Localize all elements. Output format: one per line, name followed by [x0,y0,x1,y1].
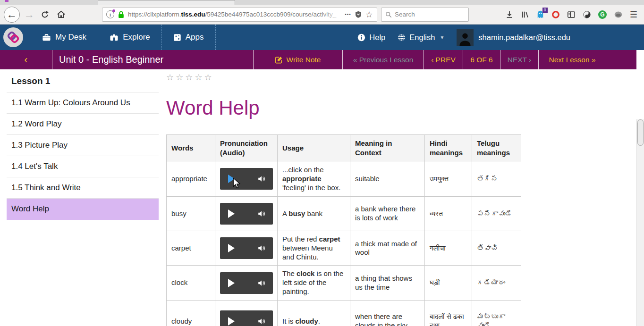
table-row: carpet Put the red carpet between Meenu … [167,231,521,266]
word-cell: clock [167,266,215,300]
sidebar-item-warm-up[interactable]: 1.1 Warm Up: Colours Around Us [7,92,159,114]
telugu-cell: తివాచి [472,231,521,266]
meaning-cell: a thing that shows us the time [350,266,425,300]
next-lesson-button[interactable]: Next Lesson » [538,50,606,69]
user-email: shamin.padalkar@tiss.edu [478,33,570,42]
star-empty-icon[interactable]: ☆ [195,73,204,82]
speaker-icon[interactable] [257,209,266,218]
briefcase-icon [42,33,51,42]
site-info-icon[interactable]: i [106,10,114,18]
star-empty-icon[interactable]: ☆ [166,73,176,82]
lesson-toolbar: ‹ Unit 0 - English Beginner Write Note «… [0,50,636,69]
clix-logo[interactable] [3,27,23,47]
play-button[interactable] [228,209,235,218]
opera-ring-icon[interactable] [551,10,560,19]
header-hindi: Hindi meanings [425,135,472,161]
menu-hamburger-icon[interactable]: ☰ [630,9,637,20]
audio-player[interactable] [220,272,273,294]
word-help-table: Words Pronunciation (Audio) Usage Meanin… [166,134,521,326]
url-bar[interactable]: i https://clixplatform.tiss.edu/59425be4… [102,8,377,22]
pocket-shield-icon[interactable] [355,10,362,18]
url-text[interactable]: https://clixplatform.tiss.edu/59425be449… [128,11,341,18]
previous-lesson-button[interactable]: « Previous Lesson [342,50,424,69]
library-icon[interactable] [521,10,529,19]
sidebar-item-think-and-write[interactable]: 1.5 Think and Write [7,177,159,199]
app-navbar: My Desk Explore Apps Help English ▼ sham… [0,25,644,50]
speaker-icon[interactable] [257,317,266,326]
speaker-icon[interactable] [257,279,266,287]
meaning-cell: a bank where there is lots of work [350,197,425,231]
audio-player[interactable] [220,203,273,225]
header-words: Words [167,135,215,161]
grammarly-icon[interactable]: G [598,10,607,19]
bookmark-star-icon[interactable]: ☆ [365,10,373,19]
next-button[interactable]: NEXT › [500,50,538,69]
search-input[interactable] [395,11,465,18]
star-empty-icon[interactable]: ☆ [176,73,185,82]
star-empty-icon[interactable]: ☆ [185,73,195,82]
search-bar[interactable] [381,8,469,22]
globe-icon [398,33,406,42]
forward-button[interactable]: → [23,7,36,23]
tab-favicon [5,0,8,2]
page-title: Word Help [166,97,644,119]
back-to-course-button[interactable]: ‹ [0,50,52,69]
table-row: appropriate ...click on the appropriate … [167,161,521,197]
table-row: busy A busy bank a bank where there is l… [167,197,521,231]
permission-dot-icon [112,9,115,12]
home-button[interactable] [54,7,68,23]
prev-button[interactable]: ‹ PREV [424,50,463,69]
sidebar-item-picture-play[interactable]: 1.3 Picture Play [7,135,159,156]
yin-yang-icon[interactable] [583,10,591,19]
ghostery-icon[interactable]: 0 [536,10,544,19]
sidebar-item-lets-talk[interactable]: 1.4 Let's Talk [7,156,159,177]
browser-tab-strip [0,0,644,5]
audio-player[interactable] [220,310,273,326]
ghostery-badge: 0 [542,8,548,13]
binoculars-icon [110,33,119,42]
lesson-sidebar: Lesson 1 1.1 Warm Up: Colours Around Us … [0,69,163,326]
language-selector[interactable]: English ▼ [398,33,444,42]
help-link[interactable]: Help [357,33,385,42]
star-empty-icon[interactable]: ☆ [204,73,214,82]
audio-player[interactable] [220,237,273,259]
word-cell: busy [167,197,215,231]
header-telugu: Telugu meanings [472,135,521,161]
audio-player[interactable] [220,168,273,190]
write-note-button[interactable]: Write Note [253,50,342,69]
speaker-icon[interactable] [257,244,266,252]
nav-item-my-desk[interactable]: My Desk [31,25,98,50]
page-actions-overflow-icon[interactable]: ••• [345,12,351,17]
sidebar-panel-icon[interactable] [567,10,576,19]
header-meaning: Meaning in Context [350,135,425,161]
avatar[interactable] [457,29,474,46]
play-button[interactable] [228,317,235,326]
nav-item-explore[interactable]: Explore [98,25,162,50]
usage-cell: ...click on the appropriate 'feeling' in… [278,161,350,197]
extension-mask-icon[interactable] [614,11,623,18]
play-button[interactable] [228,244,235,252]
hindi-cell: उपयुक्त [425,161,472,197]
download-icon[interactable] [505,10,514,19]
play-button[interactable] [228,279,235,287]
meaning-cell: a thick mat made of wool [350,231,425,266]
reload-button[interactable] [38,7,52,23]
https-lock-icon [118,11,125,18]
active-tab[interactable] [98,0,235,5]
nav-item-label: Apps [186,33,204,42]
telugu-cell: గడియారం [472,266,521,300]
back-button[interactable]: ← [4,7,20,23]
unit-title: Unit 0 - English Beginner [52,50,247,69]
table-header-row: Words Pronunciation (Audio) Usage Meanin… [167,135,521,161]
hindi-cell: गलीचा [425,231,472,266]
nav-item-apps[interactable]: Apps [162,25,216,50]
meaning-cell: suitable [350,161,425,197]
usage-cell: The clock is on the left side of the pai… [278,266,350,300]
page-scrollbar[interactable] [636,119,644,326]
speaker-icon[interactable] [257,175,266,183]
sidebar-item-word-play[interactable]: 1.2 Word Play [7,114,159,135]
scrollbar-thumb[interactable] [637,119,644,146]
rating-stars[interactable]: ☆☆☆☆☆ [166,73,644,82]
apps-icon [173,33,181,42]
sidebar-item-word-help[interactable]: Word Help [7,199,159,220]
